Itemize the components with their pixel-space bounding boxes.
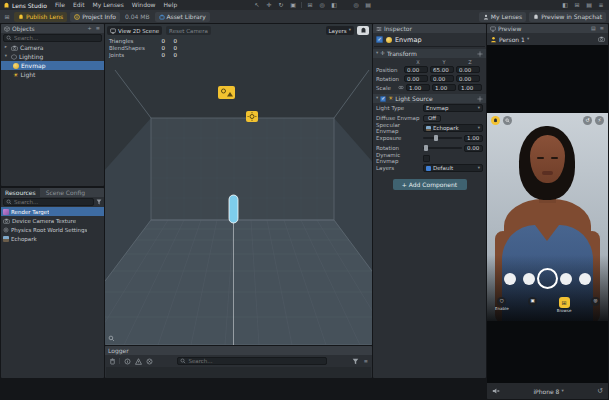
gear-icon[interactable] (477, 96, 483, 102)
asset-library-button[interactable]: Asset Library (155, 12, 210, 22)
snapchat-overlay-toggle[interactable] (357, 26, 369, 35)
menu-file[interactable]: File (51, 0, 69, 10)
expander-icon[interactable]: ▾ (3, 54, 9, 59)
home-icon[interactable]: ⊞ (3, 12, 11, 21)
menu-window[interactable]: Window (128, 0, 160, 10)
my-lenses-button[interactable]: My Lenses (479, 12, 526, 22)
warning-filter-icon[interactable] (134, 357, 142, 365)
resources-search-input[interactable] (14, 199, 91, 205)
window-menu-icon[interactable]: ≡ (597, 1, 605, 10)
transform-section-header[interactable]: ▾ ✛ Transform (373, 49, 486, 58)
tree-item-light[interactable]: ☀ Light (1, 70, 104, 79)
capture-button[interactable] (537, 268, 558, 289)
lens-carousel-item[interactable] (579, 273, 591, 285)
scale-y-field[interactable] (432, 84, 456, 91)
panel-columns-icon[interactable]: ▤ (364, 1, 372, 10)
focus-object-icon[interactable]: ◎ (318, 1, 326, 10)
device-selector[interactable]: iPhone 8 ▾ (533, 388, 563, 395)
dynamic-envmap-checkbox[interactable] (423, 155, 430, 162)
logger-search-input[interactable] (188, 358, 324, 364)
objects-menu-icon[interactable]: ≡ (95, 26, 101, 31)
layout-left-icon[interactable]: ◧ (561, 1, 569, 10)
info-filter-icon[interactable] (123, 357, 131, 365)
uniform-scale-link-icon[interactable] (398, 85, 404, 90)
tree-item-lighting[interactable]: ▾ Lighting (1, 52, 104, 61)
local-global-icon[interactable]: ◧ (330, 1, 338, 10)
rotate-device-icon[interactable]: ↺ (597, 387, 603, 395)
source-selector[interactable]: Person 1 (499, 36, 525, 43)
flash-icon[interactable]: ⚡ (595, 116, 604, 125)
resource-item-device-camera-texture[interactable]: Device Camera Texture (1, 216, 104, 225)
search-icon[interactable] (503, 116, 512, 125)
layers-dropdown[interactable]: Layers ▾ (326, 26, 354, 35)
publish-lens-button[interactable]: Publish Lens (14, 12, 67, 22)
error-filter-icon[interactable] (145, 357, 153, 365)
scale-tool-icon[interactable]: ▣ (289, 1, 297, 10)
menu-edit[interactable]: Edit (69, 0, 89, 10)
position-x-field[interactable] (404, 66, 428, 73)
tree-item-camera[interactable]: ▸ Camera (1, 43, 104, 52)
position-z-field[interactable] (456, 66, 480, 73)
rotation-field[interactable] (464, 145, 483, 152)
collapse-icon[interactable]: ▾ (376, 51, 378, 56)
preview-in-snapchat-button[interactable]: Preview in Snapchat (529, 12, 606, 22)
reset-camera-button[interactable]: Reset Camera (166, 26, 211, 35)
lens-carousel-item[interactable] (560, 273, 572, 285)
tree-item-envmap[interactable]: Envmap (1, 61, 104, 70)
add-object-button[interactable]: + (87, 26, 93, 31)
select-tool-icon[interactable]: ↖ (253, 1, 261, 10)
logger-menu-icon[interactable]: ≡ (363, 359, 369, 364)
project-info-button[interactable]: Project Info (70, 12, 120, 22)
exposure-slider[interactable] (423, 134, 462, 142)
resource-item-render-target[interactable]: Render Target (1, 207, 104, 216)
rotation-slider[interactable] (423, 144, 462, 152)
clear-log-trash-icon[interactable] (108, 357, 116, 365)
log-filter-icon[interactable] (352, 357, 360, 365)
memories-button[interactable]: ▣ (528, 297, 537, 306)
component-enabled-checkbox[interactable]: ✓ (380, 96, 386, 102)
mute-icon[interactable] (492, 387, 500, 395)
scene-zoom-icon[interactable] (108, 335, 115, 342)
light-type-dropdown[interactable]: Envmap ▾ (423, 104, 483, 112)
position-y-field[interactable] (430, 66, 454, 73)
resource-item-echopark[interactable]: Echopark (1, 234, 104, 243)
scene-viewport[interactable] (105, 24, 372, 345)
layout-columns-icon[interactable]: ▤ (585, 1, 593, 10)
gear-icon[interactable] (477, 51, 483, 57)
exposure-field[interactable] (464, 135, 483, 142)
menu-my-lenses[interactable]: My Lenses (89, 0, 128, 10)
rotation-x-field[interactable] (404, 75, 428, 82)
rotation-z-field[interactable] (456, 75, 480, 82)
move-tool-icon[interactable]: ✛ (265, 1, 273, 10)
preview-pin-icon[interactable]: ▤ (590, 26, 597, 31)
enable-lens-button[interactable]: ○ Enable (495, 297, 509, 311)
objects-search-input[interactable] (14, 35, 99, 41)
preview-simulation-area[interactable]: ↺ ⚡ ○ Enable ▣ ⊞ (487, 45, 608, 383)
light-source-section-header[interactable]: ▾ ✓ ☀ Light Source (373, 94, 486, 103)
lens-carousel-item[interactable] (504, 273, 516, 285)
diffuse-envmap-toggle[interactable]: Off (423, 115, 441, 122)
add-component-button[interactable]: + Add Component (393, 179, 467, 190)
render-mode-icon[interactable]: ◎ (352, 1, 360, 10)
lens-carousel-item[interactable] (523, 273, 535, 285)
layers-dropdown[interactable]: Default ▾ (423, 164, 483, 172)
grid-snap-icon[interactable]: ⊞ (306, 1, 314, 10)
view-2d-scene-button[interactable]: View 2D Scene (107, 26, 162, 35)
layout-grid-icon[interactable]: ⊞ (573, 1, 581, 10)
collapse-icon[interactable]: ▾ (376, 96, 378, 101)
webcam-icon[interactable] (598, 36, 605, 42)
object-enabled-checkbox[interactable]: ✓ (376, 36, 383, 43)
browse-lenses-button[interactable]: ⊞ Browse (557, 297, 572, 313)
filter-icon[interactable] (96, 199, 102, 205)
scale-x-field[interactable] (406, 84, 430, 91)
flip-camera-icon[interactable]: ↺ (583, 116, 592, 125)
specular-envmap-picker[interactable]: Echopark ▾ (423, 124, 483, 132)
menu-help[interactable]: Help (160, 0, 182, 10)
preview-menu-icon[interactable]: ≡ (599, 26, 605, 31)
rotation-y-field[interactable] (430, 75, 454, 82)
tab-scene-config[interactable]: Scene Config (42, 188, 89, 197)
expander-icon[interactable]: ▸ (3, 45, 9, 50)
scale-z-field[interactable] (458, 84, 482, 91)
log-output-area[interactable] (106, 367, 371, 378)
profile-icon[interactable] (491, 116, 500, 125)
